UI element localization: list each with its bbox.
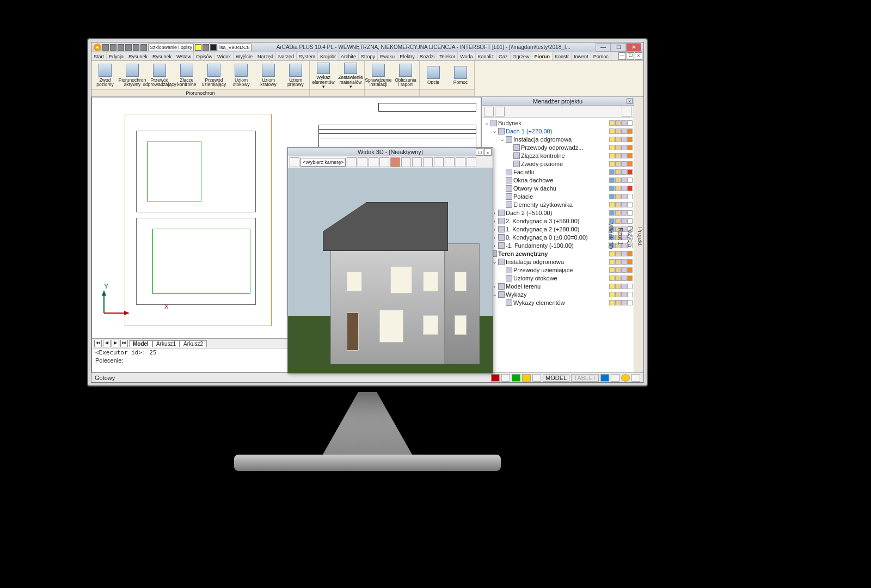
status-polar-icon[interactable] xyxy=(522,374,531,382)
tab-stropy[interactable]: Stropy xyxy=(359,52,378,60)
tree-print-icon[interactable] xyxy=(621,153,627,158)
tree-lock-icon[interactable] xyxy=(615,300,621,305)
tree-lock-icon[interactable] xyxy=(615,292,621,297)
tree-lock-icon[interactable] xyxy=(615,145,621,150)
view3d-tool-1[interactable] xyxy=(347,157,357,167)
view3d-tool-4[interactable] xyxy=(379,157,389,167)
side-tab-pozycja[interactable]: Pozycja xyxy=(627,226,634,247)
qat-print-icon[interactable] xyxy=(125,44,132,51)
tab-rysunek[interactable]: Rysunek xyxy=(150,52,174,60)
tree-print-icon[interactable] xyxy=(621,292,627,297)
tab-wstaw[interactable]: Wstaw xyxy=(174,52,194,60)
view3d-tool-9[interactable] xyxy=(445,157,455,167)
tree-print-icon[interactable] xyxy=(621,275,627,281)
view3d-material-icon[interactable] xyxy=(390,157,400,167)
tab-first-button[interactable]: ⏮ xyxy=(94,340,102,347)
panel-tool-1[interactable] xyxy=(484,107,494,117)
tree-row[interactable]: ⌄Budynek xyxy=(483,119,633,127)
tree-bulb-icon[interactable] xyxy=(609,251,615,256)
view3d-tool-8[interactable] xyxy=(434,157,444,167)
tree-row[interactable]: Uziomy otokowe xyxy=(483,274,633,282)
tree-print-icon[interactable] xyxy=(621,120,627,126)
close-button[interactable]: ✕ xyxy=(626,43,641,52)
tree-print-icon[interactable] xyxy=(621,186,627,191)
tree-col-icon[interactable] xyxy=(627,128,633,134)
tab-rozdzi[interactable]: Rozdzi xyxy=(418,52,438,60)
tree-print-icon[interactable] xyxy=(621,145,627,150)
qat-undo-icon[interactable] xyxy=(133,44,139,51)
tree-lock-icon[interactable] xyxy=(615,210,621,216)
tree-col-icon[interactable] xyxy=(627,210,633,216)
qat-open-icon[interactable] xyxy=(110,44,116,51)
tree-bulb-icon[interactable] xyxy=(609,218,615,224)
qat-bulb-icon[interactable] xyxy=(195,44,201,51)
tree-col-icon[interactable] xyxy=(627,194,633,199)
tree-row[interactable]: Facjatki xyxy=(483,168,633,176)
tree-col-icon[interactable] xyxy=(627,153,633,158)
tree-row[interactable]: Zwody poziome xyxy=(483,160,633,168)
tree-col-icon[interactable] xyxy=(627,145,633,150)
view3d-tool-5[interactable] xyxy=(401,157,411,167)
status-gear-icon[interactable] xyxy=(611,374,619,382)
ribbon-uziom-button[interactable]: Uziomprętowy xyxy=(282,62,309,89)
tab-telekor[interactable]: Telekor xyxy=(437,52,458,60)
view3d-max-button[interactable]: ☐ xyxy=(476,148,483,156)
view3d-tool-11[interactable] xyxy=(467,157,476,167)
tree-lock-icon[interactable] xyxy=(615,120,621,126)
tree-print-icon[interactable] xyxy=(621,267,627,273)
tab-widok[interactable]: Widok xyxy=(215,52,234,60)
tab-system[interactable]: System xyxy=(297,52,318,60)
tab-wyjście[interactable]: Wyjście xyxy=(234,52,255,60)
side-tab-widok-3d[interactable]: Widok 3D xyxy=(608,223,614,249)
tab-woda[interactable]: Woda xyxy=(458,52,475,60)
view3d-camera-combo[interactable]: <Wybierz kamerę> xyxy=(300,158,346,167)
minimize-button[interactable]: — xyxy=(596,43,611,52)
qat-mode-combo[interactable]: Szkicowanie i opisy xyxy=(148,44,194,51)
side-tab-rzut-1[interactable]: Rzut 1 xyxy=(617,228,624,245)
status-snap-icon[interactable] xyxy=(491,374,500,382)
tree-print-icon[interactable] xyxy=(621,218,627,224)
tree-col-icon[interactable] xyxy=(627,259,633,265)
layout-tab-model[interactable]: Model xyxy=(129,340,152,347)
tree-expand-icon[interactable]: ⌄ xyxy=(484,119,489,126)
tree-print-icon[interactable] xyxy=(621,202,627,207)
tab-konstr[interactable]: Konstr xyxy=(553,52,572,60)
tab-piorun[interactable]: Piorun xyxy=(532,52,553,60)
tree-row[interactable]: Okna dachowe xyxy=(483,176,633,184)
mdi-min-button[interactable]: — xyxy=(618,52,626,60)
panel-tool-2[interactable] xyxy=(495,107,505,117)
tree-row[interactable]: ⌄Dach 1 (+220.00) xyxy=(483,127,633,135)
tree-bulb-icon[interactable] xyxy=(609,145,615,150)
tab-inwent[interactable]: Inwent xyxy=(572,52,591,60)
status-model-button[interactable]: MODEL xyxy=(543,374,569,382)
tree-print-icon[interactable] xyxy=(621,194,627,199)
ribbon-uziom-button[interactable]: Uziomotokowy xyxy=(228,62,255,89)
ribbon-piorunochron-button[interactable]: Piorunochronaktywny xyxy=(119,62,146,89)
mdi-max-button[interactable]: ☐ xyxy=(627,52,634,60)
tab-archite[interactable]: Archite xyxy=(339,52,359,60)
tree-bulb-icon[interactable] xyxy=(609,153,615,158)
tree-print-icon[interactable] xyxy=(621,128,627,134)
tree-lock-icon[interactable] xyxy=(615,186,621,191)
tree-print-icon[interactable] xyxy=(621,300,627,305)
tab-edycja[interactable]: Edycja xyxy=(107,52,126,60)
tab-ewaku[interactable]: Ewaku xyxy=(378,52,397,60)
tree-bulb-icon[interactable] xyxy=(609,128,615,134)
tree-lock-icon[interactable] xyxy=(615,218,621,224)
tree-print-icon[interactable] xyxy=(621,161,627,167)
tree-col-icon[interactable] xyxy=(627,169,633,175)
tree-bulb-icon[interactable] xyxy=(609,194,615,199)
qat-color-icon[interactable] xyxy=(210,44,217,51)
tree-bulb-icon[interactable] xyxy=(609,169,615,175)
tree-bulb-icon[interactable] xyxy=(609,120,615,126)
tab-opisów[interactable]: Opisów xyxy=(194,52,215,60)
tree-print-icon[interactable] xyxy=(621,251,627,256)
tab-start[interactable]: Start xyxy=(91,52,107,60)
qat-redo-icon[interactable] xyxy=(140,44,147,51)
tree-row[interactable]: ⌄Instalacja odgromowa xyxy=(483,258,633,266)
tree-col-icon[interactable] xyxy=(627,275,633,281)
tree-bulb-icon[interactable] xyxy=(609,259,615,265)
ribbon-wykaz-button[interactable]: Wykazelementów ▾ xyxy=(310,62,337,89)
tree-row[interactable]: Złącza kontrolne xyxy=(483,151,633,160)
tree-bulb-icon[interactable] xyxy=(609,177,615,183)
